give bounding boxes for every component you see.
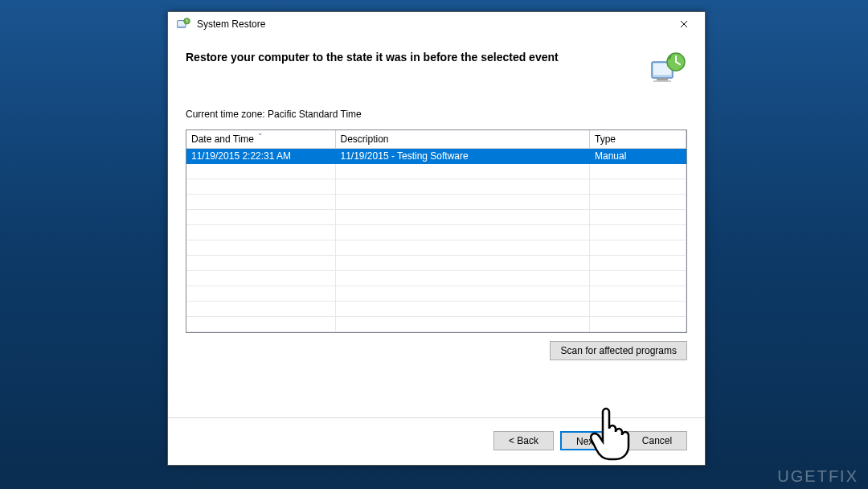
timezone-label: Current time zone: Pacific Standard Time bbox=[186, 109, 687, 120]
table-row-empty bbox=[186, 210, 686, 225]
table-row-empty bbox=[186, 286, 686, 302]
content-area: Current time zone: Pacific Standard Time… bbox=[168, 101, 705, 405]
cell-type: Manual bbox=[590, 149, 686, 164]
watermark: UGETFIX bbox=[777, 467, 858, 486]
table-row-empty bbox=[186, 195, 686, 210]
wizard-footer: < Back Next > Cancel bbox=[168, 418, 705, 465]
table-row-empty bbox=[186, 164, 686, 179]
column-label: Date and Time bbox=[191, 134, 254, 145]
restore-points-table: Date and Time ⌄ Description Type 11/19/2… bbox=[186, 129, 687, 333]
column-header-description[interactable]: Description bbox=[335, 130, 590, 149]
table-row-empty bbox=[186, 317, 686, 332]
table-row-empty bbox=[186, 179, 686, 195]
scan-affected-programs-button[interactable]: Scan for affected programs bbox=[550, 341, 687, 360]
next-button[interactable]: Next > bbox=[560, 431, 620, 450]
svg-rect-5 bbox=[657, 78, 668, 80]
chevron-down-icon: ⌄ bbox=[257, 129, 264, 137]
page-title: Restore your computer to the state it wa… bbox=[186, 51, 559, 64]
cancel-button[interactable]: Cancel bbox=[627, 431, 687, 450]
close-button[interactable] bbox=[665, 13, 702, 35]
column-header-type[interactable]: Type bbox=[590, 130, 686, 149]
back-button[interactable]: < Back bbox=[493, 431, 554, 450]
titlebar: System Restore bbox=[168, 12, 705, 36]
restore-computer-icon bbox=[649, 51, 687, 89]
cell-description: 11/19/2015 - Testing Software bbox=[335, 149, 590, 164]
table-row-empty bbox=[186, 256, 686, 271]
table-row-empty bbox=[186, 225, 686, 240]
wizard-header: Restore your computer to the state it wa… bbox=[168, 36, 705, 101]
window-title: System Restore bbox=[197, 18, 665, 30]
table-row-empty bbox=[186, 271, 686, 286]
column-header-datetime[interactable]: Date and Time ⌄ bbox=[186, 130, 335, 149]
table-row-empty bbox=[186, 240, 686, 256]
system-restore-icon bbox=[176, 17, 190, 31]
svg-rect-6 bbox=[653, 80, 671, 82]
table-row-empty bbox=[186, 302, 686, 317]
table-row[interactable]: 11/19/2015 2:22:31 AM 11/19/2015 - Testi… bbox=[186, 149, 686, 164]
cell-datetime: 11/19/2015 2:22:31 AM bbox=[186, 149, 335, 164]
system-restore-window: System Restore Restore your computer to … bbox=[167, 11, 706, 466]
